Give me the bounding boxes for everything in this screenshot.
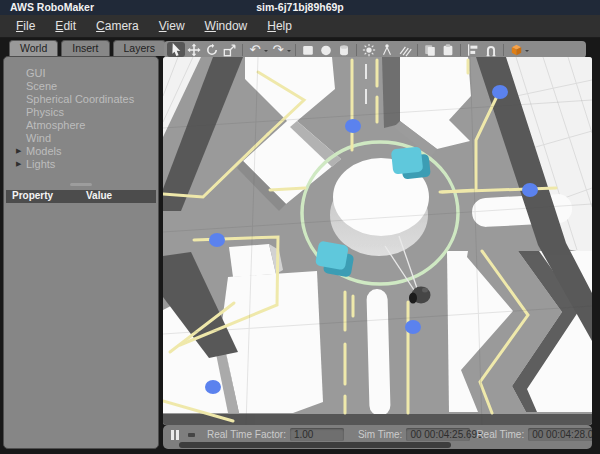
main-area: World Insert Layers GUI Scene Spherical … xyxy=(0,38,600,454)
pause-icon xyxy=(176,430,179,440)
move-arrows-icon xyxy=(187,43,201,57)
tree-item-models[interactable]: ▶Models xyxy=(16,144,154,157)
splitter-handle[interactable] xyxy=(70,183,92,186)
robot-wheel xyxy=(409,293,417,304)
redo-button[interactable]: ↷ xyxy=(269,42,287,57)
step-button[interactable] xyxy=(188,433,195,437)
waypoint-marker xyxy=(209,233,225,247)
app-window: AWS RoboMaker sim-6j71bj89h69p File Edit… xyxy=(0,0,600,454)
time-panel: Real Time Factor: 1.00 Sim Time: 00 00:0… xyxy=(163,425,592,449)
tab-layers[interactable]: Layers xyxy=(113,40,167,56)
toolbar-separator xyxy=(417,44,418,56)
waypoint-marker xyxy=(345,119,361,133)
value-column-header: Value xyxy=(86,190,112,201)
tree-item-scene[interactable]: Scene xyxy=(16,79,154,92)
copy-button[interactable] xyxy=(421,42,439,57)
sun-icon xyxy=(362,43,376,57)
property-table-header: Property Value xyxy=(6,190,156,203)
paste-button[interactable] xyxy=(439,42,457,57)
tree-item-wind[interactable]: Wind xyxy=(16,131,154,144)
translate-tool-button[interactable] xyxy=(185,42,203,57)
toolbar-separator xyxy=(295,44,296,56)
simulation-title: sim-6j71bj89h69p xyxy=(0,1,600,13)
cursor-arrow-icon xyxy=(169,42,184,57)
waypoint-marker xyxy=(522,183,538,197)
property-column-header: Property xyxy=(12,190,53,201)
snap-tool-button[interactable] xyxy=(482,42,500,57)
change-view-button[interactable] xyxy=(507,42,525,57)
sim-time-label: Sim Time: xyxy=(358,429,402,440)
expand-arrow-icon[interactable]: ▶ xyxy=(16,147,26,155)
spot-light-button[interactable] xyxy=(378,42,396,57)
insert-box-button[interactable] xyxy=(299,42,317,57)
toolbar-separator xyxy=(356,44,357,56)
real-time-factor-value: 1.00 xyxy=(290,428,344,441)
expand-arrow-icon[interactable]: ▶ xyxy=(16,160,26,168)
real-time-factor-label: Real Time Factor: xyxy=(207,429,286,440)
spot-light-icon xyxy=(380,43,394,57)
pause-icon xyxy=(171,430,174,440)
sim-time-value: 00 00:04:25.695 xyxy=(406,428,470,441)
magnet-icon xyxy=(484,43,498,57)
toolbar-separator xyxy=(503,44,504,56)
tree-item-spherical-coordinates[interactable]: Spherical Coordinates xyxy=(16,92,154,105)
time-panel-row: Real Time Factor: 1.00 Sim Time: 00 00:0… xyxy=(163,427,592,442)
directional-light-button[interactable] xyxy=(396,42,414,57)
sidebar-panel: World Insert Layers GUI Scene Spherical … xyxy=(3,40,159,449)
menu-bar: File Edit Camera View Window Help xyxy=(0,15,600,38)
menu-view[interactable]: View xyxy=(149,17,195,35)
rotate-circle-icon xyxy=(205,43,219,57)
robot-sensor xyxy=(422,288,428,293)
undo-history-dropdown-icon[interactable] xyxy=(264,50,268,54)
undo-button[interactable]: ↶ xyxy=(246,42,264,57)
tree-item-lights[interactable]: ▶Lights xyxy=(16,157,154,170)
title-bar: AWS RoboMaker sim-6j71bj89h69p xyxy=(0,0,600,15)
viewport-toolbar: ↶ ↷ xyxy=(164,41,586,58)
menu-help[interactable]: Help xyxy=(257,17,302,35)
world-tree-panel: GUI Scene Spherical Coordinates Physics … xyxy=(3,56,159,449)
select-tool-button[interactable] xyxy=(167,42,185,57)
scale-icon xyxy=(223,43,237,57)
pause-button[interactable] xyxy=(171,430,179,440)
cylinder-shape-icon xyxy=(337,43,351,57)
point-light-button[interactable] xyxy=(360,42,378,57)
copy-icon xyxy=(423,43,437,57)
sphere-shape-icon xyxy=(319,43,333,57)
paste-icon xyxy=(441,43,455,57)
world-tree: GUI Scene Spherical Coordinates Physics … xyxy=(4,57,158,170)
render-viewport: ↶ ↷ xyxy=(163,38,592,450)
sidebar-tabs: World Insert Layers xyxy=(9,40,166,56)
real-time-label: Real Time: xyxy=(476,429,524,440)
waypoint-marker xyxy=(405,320,421,334)
directional-light-icon xyxy=(398,43,412,57)
box-shape-icon xyxy=(301,43,315,57)
redo-arrow-icon: ↷ xyxy=(273,43,284,56)
menu-camera[interactable]: Camera xyxy=(86,17,149,35)
simulation-scene[interactable] xyxy=(163,57,592,425)
horizontal-scrollbar[interactable] xyxy=(179,442,451,448)
align-tool-button[interactable] xyxy=(464,42,482,57)
toolbar-separator xyxy=(242,44,243,56)
waypoint-marker xyxy=(492,85,508,99)
tab-insert[interactable]: Insert xyxy=(61,40,109,56)
align-icon xyxy=(466,43,480,57)
menu-window[interactable]: Window xyxy=(195,17,258,35)
view-cube-icon xyxy=(509,42,524,57)
insert-sphere-button[interactable] xyxy=(317,42,335,57)
tree-item-atmosphere[interactable]: Atmosphere xyxy=(16,118,154,131)
tree-item-gui[interactable]: GUI xyxy=(16,66,154,79)
toolbar-separator xyxy=(460,44,461,56)
undo-arrow-icon: ↶ xyxy=(250,43,261,56)
rotate-tool-button[interactable] xyxy=(203,42,221,57)
scene-container xyxy=(163,57,592,425)
waypoint-marker xyxy=(205,380,221,394)
view-dropdown-icon[interactable] xyxy=(525,50,529,54)
menu-edit[interactable]: Edit xyxy=(45,17,86,35)
tab-world[interactable]: World xyxy=(9,40,58,56)
menu-file[interactable]: File xyxy=(6,17,45,35)
tree-item-physics[interactable]: Physics xyxy=(16,105,154,118)
insert-cylinder-button[interactable] xyxy=(335,42,353,57)
redo-history-dropdown-icon[interactable] xyxy=(287,50,291,54)
real-time-value: 00 00:04:28.087 xyxy=(528,428,592,441)
scale-tool-button[interactable] xyxy=(221,42,239,57)
